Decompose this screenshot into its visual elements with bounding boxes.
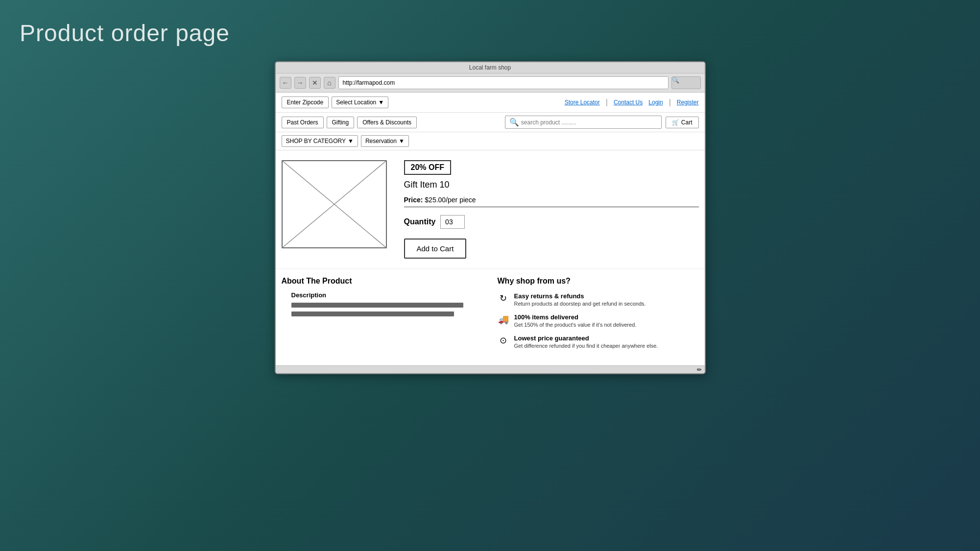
- browser-title: Local farm shop: [469, 64, 511, 71]
- returns-icon: ↻: [498, 292, 509, 304]
- select-location-button[interactable]: Select Location ▼: [332, 96, 388, 108]
- nav-row3: SHOP BY CATEGORY ▼ Reservation ▼: [276, 132, 705, 150]
- search-bar: 🔍: [505, 116, 662, 129]
- bottom-section: About The Product Description Why shop f…: [276, 268, 705, 365]
- about-section: About The Product Description: [282, 277, 483, 356]
- nav-divider2: |: [669, 98, 671, 107]
- past-orders-button[interactable]: Past Orders: [282, 117, 324, 128]
- shop-by-category-button[interactable]: SHOP BY CATEGORY ▼: [282, 135, 358, 147]
- browser-search-button[interactable]: 🔍: [671, 76, 701, 89]
- reservation-label: Reservation: [365, 138, 397, 144]
- why-title: Why shop from us?: [498, 277, 699, 286]
- enter-zipcode-button[interactable]: Enter Zipcode: [282, 96, 329, 108]
- nav-row2-left: Past Orders Gifting Offers & Discounts: [282, 117, 417, 128]
- forward-button[interactable]: →: [294, 77, 306, 89]
- store-locator-link[interactable]: Store Locator: [565, 99, 600, 106]
- nav-divider: |: [606, 98, 608, 107]
- statusbar-icon: ✏: [697, 366, 702, 373]
- benefit-text-price: Lowest price guaranteed Get difference r…: [514, 335, 658, 349]
- browser-titlebar: Local farm shop: [276, 62, 705, 73]
- shop-by-category-chevron: ▼: [348, 138, 354, 144]
- product-details: 20% OFF Gift Item 10 Price: $25.00/per p…: [404, 160, 699, 259]
- register-link[interactable]: Register: [677, 99, 699, 106]
- back-button[interactable]: ←: [280, 77, 291, 89]
- benefit-desc-delivery: Get 150% of the product's value if it's …: [514, 322, 637, 328]
- browser-toolbar: ← → ✕ ⌂ 🔍: [276, 73, 705, 93]
- benefit-item-delivery: 🚚 100% items delivered Get 150% of the p…: [498, 313, 699, 328]
- benefit-desc-returns: Return products at doorstep and get refu…: [514, 301, 646, 307]
- main-content: 20% OFF Gift Item 10 Price: $25.00/per p…: [276, 150, 705, 268]
- select-location-chevron: ▼: [378, 99, 384, 106]
- benefit-text-delivery: 100% items delivered Get 150% of the pro…: [514, 313, 637, 328]
- description-lines: [291, 303, 483, 316]
- desc-line-1: [291, 303, 464, 308]
- about-title: About The Product: [282, 277, 483, 286]
- benefit-heading-returns: Easy returns & refunds: [514, 292, 646, 300]
- benefit-heading-price: Lowest price guaranteed: [514, 335, 658, 342]
- delivery-icon: 🚚: [498, 313, 509, 325]
- login-link[interactable]: Login: [648, 99, 663, 106]
- nav-left: Enter Zipcode Select Location ▼: [282, 96, 389, 108]
- contact-us-link[interactable]: Contact Us: [614, 99, 643, 106]
- desc-line-2: [291, 311, 454, 316]
- shop-by-category-label: SHOP BY CATEGORY: [286, 138, 346, 144]
- home-button[interactable]: ⌂: [324, 77, 335, 89]
- search-icon: 🔍: [509, 118, 519, 127]
- slide-title: Product order page: [20, 20, 960, 47]
- why-section: Why shop from us? ↻ Easy returns & refun…: [498, 277, 699, 356]
- quantity-row: Quantity: [404, 215, 699, 229]
- browser-window: Local farm shop ← → ✕ ⌂ 🔍 Enter Zipcode …: [275, 61, 706, 374]
- address-bar[interactable]: [338, 76, 669, 89]
- price-value: $25.00/per piece: [425, 196, 476, 204]
- reservation-chevron: ▼: [399, 138, 405, 144]
- benefit-desc-price: Get difference refunded if you find it c…: [514, 343, 658, 349]
- cart-label: Cart: [681, 119, 693, 126]
- browser-statusbar: ✏: [276, 365, 705, 373]
- product-image-area: [282, 160, 389, 259]
- stop-button[interactable]: ✕: [309, 77, 321, 89]
- description-title: Description: [291, 291, 483, 299]
- cart-icon: 🛒: [672, 119, 679, 126]
- add-to-cart-button[interactable]: Add to Cart: [404, 239, 467, 259]
- nav-row2: Past Orders Gifting Offers & Discounts 🔍…: [276, 113, 705, 132]
- product-name: Gift Item 10: [404, 180, 699, 190]
- discount-badge: 20% OFF: [404, 160, 451, 175]
- nav-right: Store Locator | Contact Us Login | Regis…: [565, 98, 699, 107]
- quantity-input[interactable]: [440, 215, 465, 229]
- price-guarantee-icon: ⊙: [498, 335, 509, 346]
- benefit-heading-delivery: 100% items delivered: [514, 313, 637, 321]
- benefit-item-price: ⊙ Lowest price guaranteed Get difference…: [498, 335, 699, 349]
- cart-button[interactable]: 🛒 Cart: [666, 117, 699, 128]
- benefit-item-returns: ↻ Easy returns & refunds Return products…: [498, 292, 699, 307]
- nav-row1: Enter Zipcode Select Location ▼ Store Lo…: [276, 93, 705, 113]
- search-input[interactable]: [521, 119, 657, 126]
- select-location-label: Select Location: [336, 99, 376, 106]
- website-content: Enter Zipcode Select Location ▼ Store Lo…: [276, 93, 705, 365]
- price-row: Price: $25.00/per piece: [404, 196, 699, 207]
- offers-discounts-button[interactable]: Offers & Discounts: [357, 117, 417, 128]
- gifting-button[interactable]: Gifting: [327, 117, 355, 128]
- quantity-label: Quantity: [404, 217, 436, 226]
- benefit-text-returns: Easy returns & refunds Return products a…: [514, 292, 646, 307]
- product-image-placeholder: [282, 160, 387, 248]
- reservation-button[interactable]: Reservation ▼: [361, 135, 409, 147]
- price-label: Price:: [404, 196, 423, 204]
